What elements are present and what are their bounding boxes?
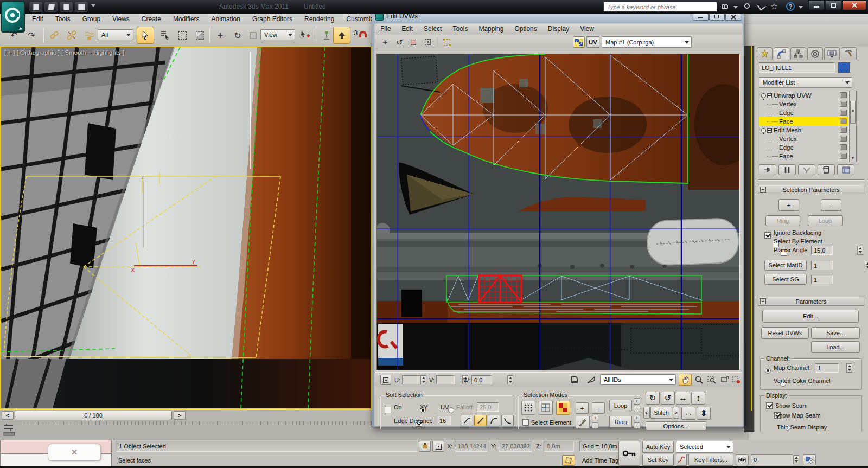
reference-coordinate-dropdown[interactable]: View <box>260 29 295 40</box>
selection-filter-dropdown[interactable]: All <box>98 29 133 40</box>
save-button[interactable] <box>60 2 73 12</box>
uvw-menu-item-tools[interactable]: Tools <box>447 25 473 33</box>
align-horizontal-button[interactable]: ⇔ <box>681 407 695 420</box>
planar-angle-spinner[interactable] <box>857 246 863 255</box>
unlink-button[interactable] <box>64 28 79 43</box>
rectangular-selection-button[interactable] <box>175 28 190 43</box>
soft-selection-on-checkbox[interactable] <box>385 407 391 413</box>
object-name-field[interactable]: LO_HULL1 <box>759 62 835 73</box>
pan-button[interactable] <box>679 374 692 386</box>
quickaccess-dropdown-icon[interactable] <box>91 4 95 7</box>
edge-distance-field[interactable]: 16 <box>437 416 451 425</box>
grow-selection-button[interactable]: + <box>576 402 589 414</box>
favorites-star-icon[interactable]: ☆ <box>770 2 777 11</box>
stack-row-button[interactable] <box>840 136 847 142</box>
scale-button[interactable] <box>245 28 260 43</box>
edge-mode-button[interactable] <box>539 401 553 415</box>
maximize-button[interactable] <box>825 0 841 10</box>
tab-motion[interactable] <box>807 47 823 60</box>
move-button[interactable]: + <box>213 28 228 43</box>
snap-magnet-icon[interactable] <box>359 31 367 37</box>
modifier-list-dropdown[interactable]: Modifier List <box>759 77 852 88</box>
selected-filter-dropdown[interactable]: Selected <box>676 441 733 453</box>
face-mode-button[interactable] <box>556 401 570 415</box>
uvw-menu-item-mapping[interactable]: Mapping <box>473 25 509 33</box>
shrink-selection-button[interactable]: - <box>592 402 605 414</box>
window-crossing-button[interactable] <box>192 28 207 43</box>
communication-icon[interactable] <box>757 2 766 11</box>
uvw-menu-item-options[interactable]: Options <box>509 25 542 33</box>
next-frame-button[interactable]: > <box>174 411 186 420</box>
menu-item-animation[interactable]: Animation <box>206 15 246 23</box>
uvw-move-button[interactable]: + <box>379 36 391 48</box>
u-field[interactable] <box>402 375 420 384</box>
viewport-orthographic[interactable]: [ + ] [ Orthographic ] [ Smooth + Highli… <box>0 46 372 409</box>
help-icon[interactable]: ? <box>786 2 795 11</box>
x-coordinate-field[interactable]: 180,14244 <box>455 441 487 452</box>
time-configuration-button[interactable] <box>803 454 816 465</box>
parameters-rollout[interactable]: − Parameters <box>758 297 864 306</box>
search-input[interactable] <box>603 2 717 12</box>
tab-utilities[interactable] <box>841 47 857 60</box>
uvw-menu-item-display[interactable]: Display <box>542 25 575 33</box>
loop-grow-button[interactable]: + <box>634 398 640 405</box>
u-spinner[interactable] <box>420 375 426 384</box>
stack-row-edit-mesh[interactable]: Edit Mesh <box>760 126 848 134</box>
snap-toggle-button[interactable] <box>333 27 350 44</box>
rotate-minus90-button[interactable]: ↺ <box>661 392 675 405</box>
select-by-name-button[interactable] <box>157 28 173 43</box>
bind-to-spacewarp-button[interactable] <box>81 28 97 43</box>
stack-row-button[interactable] <box>840 144 847 150</box>
falloff-linear-button[interactable] <box>474 415 487 426</box>
stitch-button[interactable]: Stitch <box>650 407 672 419</box>
falloff-field[interactable]: 25,0 <box>477 402 499 412</box>
menu-item-create[interactable]: Create <box>136 15 167 23</box>
align-vertical-button[interactable]: ⇕ <box>697 407 711 420</box>
stitch-left-button[interactable]: < <box>643 407 650 419</box>
current-frame-field[interactable]: 0 <box>751 454 793 465</box>
ring-button-cp[interactable]: Ring <box>765 215 800 226</box>
zoom-to-selection-button[interactable] <box>730 374 742 386</box>
edit-uvws-dialog[interactable]: Edit UVWs FileEditSelectToolsMappingOpti… <box>372 8 744 427</box>
zoom-button[interactable] <box>693 374 705 386</box>
tab-display[interactable] <box>824 47 840 60</box>
help-dropdown-icon[interactable] <box>799 6 803 9</box>
loop-shrink-button[interactable]: - <box>634 406 640 412</box>
filter-selected-faces-icon[interactable] <box>586 376 596 385</box>
time-slider-handle[interactable]: 0 / 100 <box>15 411 172 420</box>
save-uvws-button[interactable]: Save... <box>811 327 860 339</box>
uv-canvas[interactable] <box>376 54 740 370</box>
stack-row-vertex[interactable]: Vertex <box>760 100 848 108</box>
rotate-button[interactable]: ↻ <box>230 28 245 43</box>
stack-row-button[interactable] <box>840 101 847 107</box>
mirror-vertical-button[interactable]: ↕ <box>691 392 705 405</box>
stack-row-vertex[interactable]: Vertex <box>760 134 848 143</box>
uv-channel-button[interactable]: UV <box>586 36 599 48</box>
w-field[interactable]: 0,0 <box>471 375 492 384</box>
explore-icon[interactable] <box>744 3 750 9</box>
configure-modifier-sets-button[interactable] <box>837 164 854 175</box>
stack-row-button[interactable] <box>840 153 847 159</box>
stack-row-button[interactable] <box>840 127 847 133</box>
w-spinner[interactable] <box>507 375 513 384</box>
expand-icon[interactable] <box>767 128 772 133</box>
vertex-mode-button[interactable] <box>521 401 535 415</box>
keyboard-shortcut-override-button[interactable] <box>319 28 334 43</box>
reset-uvws-button[interactable]: Reset UVWs <box>761 327 809 339</box>
uv-radio[interactable] <box>448 407 454 413</box>
listener-close-button[interactable]: ✕ <box>48 444 101 461</box>
options-button[interactable]: Options... <box>646 421 706 431</box>
paint-select-button[interactable] <box>576 416 590 429</box>
falloff-slow-button[interactable] <box>488 415 500 426</box>
show-map-toggle[interactable] <box>573 36 585 48</box>
frame-spinner[interactable] <box>793 455 799 464</box>
uvw-rotate-button[interactable]: ↺ <box>393 36 405 48</box>
uvw-mirror-button[interactable] <box>422 36 433 48</box>
modifier-bulb-icon[interactable] <box>761 93 766 98</box>
select-matid-button[interactable]: Select MatID <box>764 260 807 271</box>
tab-hierarchy[interactable] <box>790 47 806 60</box>
ring-button[interactable]: Ring <box>609 416 632 427</box>
paint-shrink-button[interactable]: - <box>592 422 598 429</box>
uvw-menu-item-file[interactable]: File <box>375 25 396 33</box>
zoom-region-button[interactable] <box>706 374 718 386</box>
